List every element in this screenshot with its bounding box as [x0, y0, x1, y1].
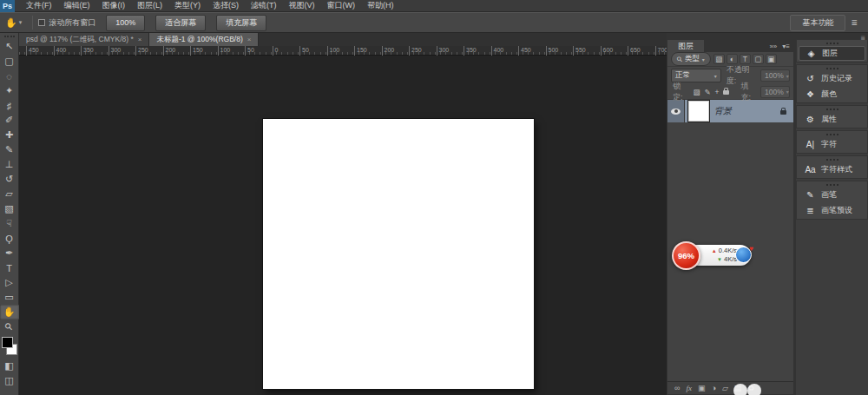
dock-group-grip[interactable]	[826, 184, 838, 186]
layer-thumbnail[interactable]	[688, 101, 709, 122]
dock-group-grip[interactable]	[826, 134, 838, 135]
crop-tool[interactable]: ♯	[0, 98, 19, 113]
clone-stamp-tool[interactable]: ⊥	[0, 157, 19, 172]
screen-mode-button[interactable]: ◫	[0, 373, 19, 388]
close-icon[interactable]: ×	[138, 36, 142, 43]
dock-item-character[interactable]: A|字符	[799, 137, 865, 152]
dock-item-color-icon: ❖	[805, 89, 816, 99]
dock-group-grip[interactable]	[826, 159, 838, 161]
filter-type-layers-icon[interactable]: T	[740, 54, 751, 64]
menu-item[interactable]: 视图(V)	[283, 0, 321, 11]
filter-adjustment-layers-icon[interactable]: ◐	[727, 54, 738, 64]
quick-selection-tool[interactable]: ✦	[0, 83, 19, 98]
scroll-all-windows-checkbox[interactable]	[38, 19, 45, 26]
ruler-tick-label: 150	[190, 46, 203, 56]
eyedropper-tool[interactable]: ✐	[0, 113, 19, 128]
gradient-tool[interactable]: ▧	[0, 201, 19, 216]
filter-type-dropdown[interactable]: ⚲ 类型 ▾	[671, 52, 711, 66]
smudge-tool[interactable]: ☟	[0, 216, 19, 231]
dock-item-layers[interactable]: ◈图层	[799, 46, 865, 61]
lock-all-icon[interactable]	[723, 90, 729, 95]
dodge-tool[interactable]: Ϙ	[0, 231, 19, 246]
quick-mask-button[interactable]: ◧	[0, 359, 19, 373]
dock-item-label: 属性	[821, 114, 837, 125]
optimization-score-ball[interactable]: 96%	[672, 241, 700, 270]
expand-dock-icon[interactable]: ≣	[860, 35, 865, 42]
dock-item-history[interactable]: ↺历史记录	[799, 71, 865, 86]
menu-item[interactable]: 窗口(W)	[321, 0, 362, 11]
hand-tool-icon: ✋	[3, 306, 16, 318]
fill-dropdown[interactable]: 100% ▾	[760, 86, 790, 98]
lock-position-icon[interactable]: +	[714, 88, 720, 96]
filter-pixel-layers-icon[interactable]: ▨	[713, 54, 725, 64]
brush-tool[interactable]: ✎	[0, 142, 19, 157]
ruler-tick-label: 150	[354, 46, 367, 56]
lock-transparent-pixels-icon[interactable]: ▨	[692, 88, 700, 96]
horizontal-ruler[interactable]: 4504003503002502001501005005010015020025…	[19, 46, 667, 56]
dock-item-properties[interactable]: ⚙属性	[799, 112, 865, 127]
fill-screen-button[interactable]: 填充屏幕	[216, 15, 266, 31]
layer-mask-icon[interactable]: ▣	[698, 384, 706, 392]
hand-tool[interactable]: ✋	[0, 305, 19, 319]
active-tool-dropdown[interactable]: ✋ ▾	[0, 17, 27, 29]
type-tool[interactable]: T	[0, 260, 19, 275]
foreground-color-swatch[interactable]	[2, 337, 13, 348]
lasso-tool[interactable]: ◌	[0, 69, 19, 83]
tools-panel-grip[interactable]	[4, 36, 15, 37]
menu-item[interactable]: 滤镜(T)	[245, 0, 283, 11]
dock-item-layers-icon: ◈	[806, 49, 817, 58]
menu-item[interactable]: 类型(Y)	[168, 0, 207, 11]
workspace-switcher[interactable]: 基本功能	[790, 15, 845, 31]
panel-menu-icon[interactable]: ▾≡	[782, 43, 790, 50]
dock-group-grip[interactable]	[826, 43, 838, 44]
menu-item[interactable]: 图层(L)	[131, 0, 168, 11]
move-tool-icon: ↖	[5, 41, 13, 52]
network-monitor-overlay[interactable]: ▲ 0.4K/s ▼ 4K/s ♥ 96%	[672, 240, 754, 273]
eraser-tool[interactable]: ▱	[0, 187, 19, 201]
layer-row-background[interactable]: 背景	[667, 100, 793, 122]
menu-item[interactable]: 帮助(H)	[361, 0, 400, 11]
dock-item-brush[interactable]: ✎画笔	[799, 188, 865, 202]
marquee-tool[interactable]: ▢	[0, 54, 19, 69]
move-tool[interactable]: ↖	[0, 39, 19, 54]
dock-item-color[interactable]: ❖颜色	[799, 87, 865, 102]
collapse-panel-icon[interactable]: »»	[769, 43, 777, 50]
new-group-icon[interactable]: ▱	[722, 384, 728, 392]
dock-item-brush-presets[interactable]: ≣画笔预设	[799, 203, 865, 218]
shape-tool[interactable]: ▭	[0, 290, 19, 305]
zoom-100-button[interactable]: 100%	[106, 15, 145, 31]
menu-item[interactable]: 编辑(E)	[58, 0, 96, 11]
pen-tool[interactable]: ✒	[0, 246, 19, 260]
link-layers-icon[interactable]: ∞	[674, 384, 680, 392]
document-canvas[interactable]	[263, 119, 534, 389]
path-selection-tool[interactable]: ▷	[0, 275, 19, 290]
dock-group-grip[interactable]	[826, 68, 838, 69]
menu-item[interactable]: 文件(F)	[20, 0, 58, 11]
workspace-menu-icon[interactable]: ≣	[851, 18, 858, 27]
zoom-tool[interactable]: ⚲	[0, 319, 19, 334]
layers-panel-tab[interactable]: 图层	[667, 40, 704, 52]
healing-brush-tool[interactable]: ✚	[0, 128, 19, 142]
fit-screen-button[interactable]: 适合屏幕	[155, 15, 206, 31]
dock-item-character-styles[interactable]: Aa字符样式	[799, 162, 865, 177]
history-brush-tool[interactable]: ↺	[0, 172, 19, 187]
filter-shape-layers-icon[interactable]: ▢	[753, 54, 764, 64]
tab-psd-document[interactable]: psd @ 117% (二维码, CMYK/8) *×	[19, 33, 149, 46]
assistant-ball-icon[interactable]: ♥	[735, 247, 752, 263]
visibility-toggle[interactable]	[667, 100, 685, 122]
layer-name[interactable]: 背景	[714, 105, 780, 117]
filter-smart-objects-icon[interactable]: ▣	[766, 54, 777, 64]
dock-group-grip[interactable]	[826, 109, 838, 110]
tab-untitled-1[interactable]: 未标题-1 @ 100%(RGB/8)×	[149, 33, 259, 46]
lock-image-pixels-icon[interactable]: ✎	[703, 88, 711, 96]
ruler-tick-label: 500	[546, 46, 559, 56]
ruler-tick-label: 200	[382, 46, 395, 56]
layer-style-icon[interactable]: fx	[686, 384, 692, 392]
canvas-area[interactable]: 4504003503002502001501005005010015020025…	[19, 46, 667, 395]
clone-stamp-tool-icon: ⊥	[5, 159, 14, 170]
menu-item[interactable]: 选择(S)	[207, 0, 245, 11]
opacity-dropdown[interactable]: 100% ▾	[760, 69, 790, 82]
adjustment-layer-icon[interactable]: ◑	[711, 384, 715, 392]
close-icon[interactable]: ×	[247, 36, 252, 43]
menu-item[interactable]: 图像(I)	[96, 0, 132, 11]
